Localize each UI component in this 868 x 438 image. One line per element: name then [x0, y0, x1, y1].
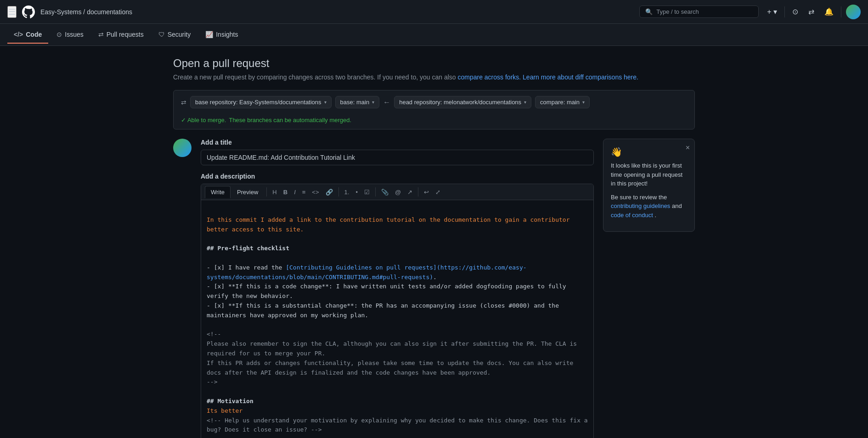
search-icon: 🔍 — [645, 8, 653, 15]
search-bar[interactable]: 🔍 Type / to search — [639, 6, 759, 18]
diff-comparisons-link[interactable]: Learn more about diff comparisons here. — [523, 73, 638, 81]
toolbar-attach[interactable]: 📎 — [378, 187, 391, 197]
title-label: Add a title — [201, 139, 594, 146]
insights-icon: 📈 — [205, 31, 213, 38]
page-title: Open a pull request — [173, 57, 695, 70]
repo-navigation: </> Code ⊙ Issues ⇄ Pull requests 🛡 Secu… — [0, 24, 868, 46]
breadcrumb: Easy-Systems / documentations — [40, 8, 132, 16]
tab-pull-requests[interactable]: ⇄ Pull requests — [92, 26, 150, 44]
write-tab[interactable]: Write — [205, 186, 231, 198]
nav-right: + ▾ ⊙ ⇄ 🔔 — [764, 5, 861, 19]
compare-bar: ⇄ base repository: Easy-Systems/document… — [173, 90, 695, 129]
nav-divider-2 — [841, 6, 841, 17]
editor-body[interactable]: In this commit I added a link to the con… — [201, 200, 593, 438]
page-subtitle: Create a new pull request by comparing c… — [173, 73, 695, 81]
preview-tab[interactable]: Preview — [231, 186, 264, 198]
toolbar-separator — [266, 187, 267, 197]
contributing-guidelines-link[interactable]: contributing guidelines — [611, 202, 670, 209]
title-section: Add a title — [201, 139, 594, 165]
toolbar-link[interactable]: 🔗 — [323, 187, 336, 197]
issues-button[interactable]: ⊙ — [789, 6, 801, 18]
description-section: Add a description Write Preview H B I ≡ … — [201, 173, 594, 438]
toolbar-separator-2 — [338, 187, 339, 197]
pr-icon: ⇄ — [98, 31, 104, 38]
create-new-button[interactable]: + ▾ — [764, 6, 780, 18]
pr-button[interactable]: ⇄ — [806, 6, 817, 18]
toolbar-mention[interactable]: @ — [392, 187, 404, 197]
toolbar-quote[interactable]: ≡ — [299, 187, 309, 197]
base-repo-select[interactable]: base repository: Easy-Systems/documentat… — [190, 96, 332, 108]
toolbar-ul[interactable]: • — [353, 187, 361, 197]
head-repo-select[interactable]: head repository: melonatwork/documentati… — [394, 96, 531, 108]
user-avatar[interactable] — [846, 5, 861, 19]
toolbar-separator-4 — [418, 187, 418, 197]
compare-forks-link[interactable]: compare across forks. — [457, 73, 521, 81]
nav-left: ☰ Easy-Systems / documentations — [7, 5, 634, 19]
tooltip-text-1: It looks like this is your first time op… — [611, 161, 687, 188]
toolbar-ol[interactable]: 1. — [342, 187, 352, 197]
toolbar-task[interactable]: ☑ — [361, 187, 372, 197]
base-branch-select[interactable]: base: main ▾ — [335, 96, 380, 108]
editor-container: Write Preview H B I ≡ <> 🔗 1. • ☑ — [201, 184, 594, 438]
toolbar-code[interactable]: <> — [309, 187, 321, 197]
toolbar-ref[interactable]: ↗ — [405, 187, 415, 197]
tab-issues[interactable]: ⊙ Issues — [50, 26, 90, 44]
tooltip-panel: × 👋 It looks like this is your first tim… — [603, 139, 695, 232]
user-avatar-form — [173, 139, 192, 157]
toolbar-separator-3 — [375, 187, 376, 197]
toolbar-expand[interactable]: ⤢ — [433, 187, 443, 197]
editor-toolbar: Write Preview H B I ≡ <> 🔗 1. • ☑ — [201, 184, 593, 200]
tooltip-close-button[interactable]: × — [686, 144, 690, 152]
pr-form-area: Add a title Add a description Write Prev… — [173, 139, 695, 438]
toolbar-italic[interactable]: I — [291, 187, 299, 197]
security-icon: 🛡 — [158, 31, 165, 38]
github-logo — [21, 5, 36, 19]
tooltip-emoji: 👋 — [611, 146, 687, 157]
issues-icon: ⊙ — [56, 31, 62, 38]
description-label: Add a description — [201, 173, 594, 180]
nav-divider — [784, 6, 785, 17]
hamburger-menu[interactable]: ☰ — [7, 6, 17, 18]
breadcrumb-repo[interactable]: documentations — [87, 8, 132, 16]
pr-form: Add a title Add a description Write Prev… — [201, 139, 594, 438]
tooltip-text-2: Be sure to review the contributing guide… — [611, 193, 687, 220]
compare-branch-select[interactable]: compare: main ▾ — [535, 96, 590, 108]
arrow-icon: ← — [383, 98, 390, 107]
code-of-conduct-link[interactable]: code of conduct — [611, 212, 653, 219]
tab-code[interactable]: </> Code — [7, 26, 48, 44]
toolbar-undo[interactable]: ↩ — [421, 187, 432, 197]
search-placeholder: Type / to search — [656, 8, 699, 15]
tab-security[interactable]: 🛡 Security — [152, 26, 197, 44]
title-input[interactable] — [201, 150, 594, 165]
toolbar-bold[interactable]: B — [281, 187, 290, 197]
tab-insights[interactable]: 📈 Insights — [199, 26, 244, 44]
compare-icon: ⇄ — [181, 99, 186, 106]
notifications-button[interactable]: 🔔 — [822, 6, 836, 18]
toolbar-h[interactable]: H — [270, 187, 279, 197]
code-icon: </> — [14, 31, 23, 38]
main-content: Open a pull request Create a new pull re… — [158, 46, 710, 438]
top-navigation: ☰ Easy-Systems / documentations 🔍 Type /… — [0, 0, 868, 24]
merge-status: ✓ Able to merge. These branches can be a… — [181, 117, 687, 124]
breadcrumb-org[interactable]: Easy-Systems — [40, 8, 81, 16]
